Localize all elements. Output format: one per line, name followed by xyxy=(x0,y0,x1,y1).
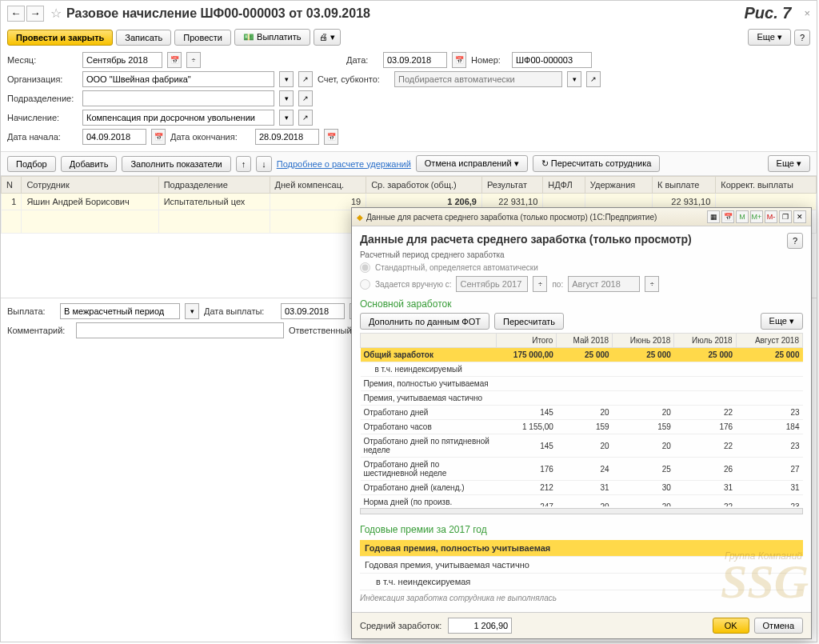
fill-fot-button[interactable]: Дополнить по данным ФОТ xyxy=(360,313,489,330)
table-row[interactable]: Норма дней (по произв. календарю)2472020… xyxy=(361,495,803,507)
page-title: Разовое начисление ШФ00-000003 от 03.09.… xyxy=(66,6,744,21)
avg-salary-modal: ◆ Данные для расчета среднего заработка … xyxy=(351,207,812,639)
save-button[interactable]: Записать xyxy=(116,30,171,46)
month-spin-icon[interactable]: ÷ xyxy=(186,52,201,68)
start-cal-icon[interactable]: 📅 xyxy=(151,129,166,145)
comment-input[interactable] xyxy=(76,322,284,338)
add-button[interactable]: Добавить xyxy=(61,156,118,172)
accrual-dd-icon[interactable]: ▾ xyxy=(279,110,294,126)
post-close-button[interactable]: Провести и закрыть xyxy=(7,30,113,46)
cancel-fix-button[interactable]: Отмена исправлений ▾ xyxy=(416,155,528,172)
paydate-label: Дата выплаты: xyxy=(204,306,276,316)
org-label: Организация: xyxy=(7,74,78,84)
app-icon: ◆ xyxy=(357,213,363,222)
table-row[interactable]: Премия, полностью учитываемая xyxy=(361,377,803,391)
pay-button[interactable]: 💵 Выплатить xyxy=(234,29,310,46)
org-dd-icon[interactable]: ▾ xyxy=(279,71,294,87)
list-item[interactable]: в т.ч. неиндексируемая xyxy=(360,574,803,590)
table-row[interactable]: Отработано дней14520202223 xyxy=(361,406,803,420)
avg-input[interactable] xyxy=(448,618,512,634)
date-input[interactable] xyxy=(383,52,447,68)
figure-label: Рис. 7 xyxy=(744,4,791,22)
down-button[interactable]: ↓ xyxy=(256,156,272,172)
start-input[interactable] xyxy=(82,129,146,145)
modal-window-title: Данные для расчета среднего заработка (т… xyxy=(366,213,705,222)
table-row[interactable]: Отработано дней по шестидневной неделе17… xyxy=(361,458,803,481)
back-button[interactable]: ← xyxy=(7,6,25,22)
end-cal-icon[interactable]: 📅 xyxy=(324,129,338,145)
acc-dd-icon[interactable]: ▾ xyxy=(567,71,581,87)
month-input[interactable] xyxy=(82,52,162,68)
modal-close-icon[interactable]: ✕ xyxy=(793,210,806,223)
dept-input[interactable] xyxy=(82,90,274,106)
period-std-radio xyxy=(360,262,370,273)
table-row[interactable]: Отработано дней по пятидневной неделе145… xyxy=(361,434,803,458)
table-row[interactable]: Премия, учитываемая частично xyxy=(361,391,803,406)
up-button[interactable]: ↑ xyxy=(236,156,252,172)
payout-dd-icon[interactable]: ▾ xyxy=(185,303,199,319)
cancel-button[interactable]: Отмена xyxy=(754,618,803,634)
favorite-icon[interactable]: ☆ xyxy=(50,6,62,21)
paydate-input[interactable] xyxy=(281,303,345,319)
modal-more-button[interactable]: Еще ▾ xyxy=(761,313,803,330)
ok-button[interactable]: OK xyxy=(713,618,749,634)
help-button[interactable]: ? xyxy=(794,30,810,46)
h-scrollbar[interactable] xyxy=(360,508,803,514)
acc-input[interactable] xyxy=(394,71,562,87)
no-index-text: Индексация заработка сотрудника не выпол… xyxy=(360,590,803,606)
org-open-icon[interactable]: ↗ xyxy=(298,71,313,87)
dept-dd-icon[interactable]: ▾ xyxy=(279,90,294,106)
modal-grid-icon[interactable]: ▦ xyxy=(707,210,720,223)
accrual-input[interactable] xyxy=(82,110,274,126)
list-item[interactable]: Годовая премия, полностью учитываемая xyxy=(360,540,803,557)
date-cal-icon[interactable]: 📅 xyxy=(452,52,466,68)
month-cal-icon[interactable]: 📅 xyxy=(167,52,182,68)
close-icon[interactable]: × xyxy=(804,7,810,19)
resp-label: Ответственный: xyxy=(289,326,361,335)
modal-help-button[interactable]: ? xyxy=(787,233,803,249)
recalc-button[interactable]: ↻ Пересчитать сотрудника xyxy=(533,155,661,172)
post-button[interactable]: Провести xyxy=(174,30,231,46)
modal-mplus-icon[interactable]: M+ xyxy=(750,210,763,223)
comment-label: Комментарий: xyxy=(7,326,71,335)
end-label: Дата окончания: xyxy=(170,132,250,142)
section-main: Основной заработок xyxy=(360,298,803,310)
more-button[interactable]: Еще ▾ xyxy=(748,29,790,46)
period-label: Расчетный период среднего заработка xyxy=(360,250,803,259)
pick-button[interactable]: Подбор xyxy=(7,156,56,172)
number-label: Номер: xyxy=(471,55,507,65)
payout-label: Выплата: xyxy=(7,306,55,316)
acc-open-icon[interactable]: ↗ xyxy=(586,71,601,87)
forward-button[interactable]: → xyxy=(26,6,44,22)
accrual-open-icon[interactable]: ↗ xyxy=(298,110,313,126)
modal-mminus-icon[interactable]: M- xyxy=(765,210,777,223)
payout-input[interactable] xyxy=(60,303,180,319)
table-row[interactable]: Отработано дней (календ.)21231303131 xyxy=(361,481,803,495)
grid-more-button[interactable]: Еще ▾ xyxy=(768,155,810,172)
print-button[interactable]: 🖨 ▾ xyxy=(314,29,341,46)
dept-open-icon[interactable]: ↗ xyxy=(298,90,313,106)
table-row[interactable]: в т.ч. неиндексируемый xyxy=(361,362,803,377)
accrual-label: Начисление: xyxy=(7,113,78,122)
number-input[interactable] xyxy=(512,52,592,68)
fill-button[interactable]: Заполнить показатели xyxy=(122,156,230,172)
modal-restore-icon[interactable]: ❐ xyxy=(779,210,792,223)
period-from-input xyxy=(456,276,528,292)
dept-label: Подразделение: xyxy=(7,94,78,103)
start-label: Дата начала: xyxy=(7,132,78,142)
acc-label: Счет, субконто: xyxy=(318,74,390,84)
period-manual-radio xyxy=(360,279,370,290)
date-label: Дата: xyxy=(346,55,378,65)
modal-m-icon[interactable]: M xyxy=(736,210,749,223)
modal-cal-icon[interactable]: 📅 xyxy=(721,210,734,223)
modal-heading: Данные для расчета среднего заработка (т… xyxy=(360,233,692,246)
org-input[interactable] xyxy=(82,71,274,87)
list-item[interactable]: Годовая премия, учитываемая частично xyxy=(360,557,803,574)
table-row[interactable]: Отработано часов1 155,00159159176184 xyxy=(361,420,803,434)
details-link[interactable]: Подробнее о расчете удержаний xyxy=(277,159,411,169)
end-input[interactable] xyxy=(255,129,319,145)
modal-recalc-button[interactable]: Пересчитать xyxy=(494,313,564,330)
avg-label: Средний заработок: xyxy=(360,621,441,630)
table-row[interactable]: Общий заработок175 000,0025 00025 00025 … xyxy=(361,348,803,362)
salary-table: ИтогоМай 2018Июнь 2018Июль 2018Август 20… xyxy=(360,333,803,506)
